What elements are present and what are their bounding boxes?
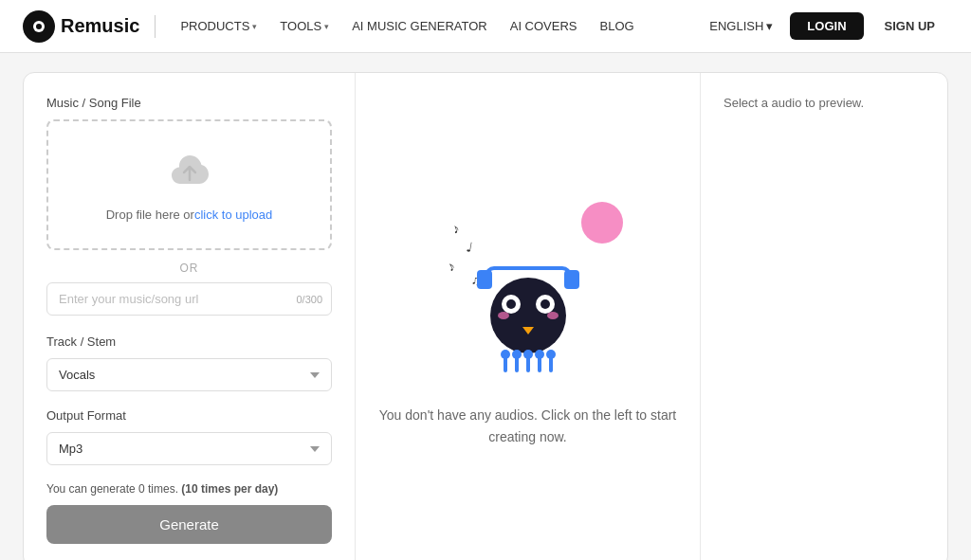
- upload-dropzone[interactable]: Drop file here orclick to upload: [46, 119, 332, 250]
- nav-divider: [155, 15, 156, 38]
- plant: [538, 353, 541, 372]
- bird-eye-left: [502, 295, 521, 314]
- format-label: Output Format: [46, 408, 332, 423]
- ground-plants: [424, 353, 632, 372]
- nav-ai-covers[interactable]: AI COVERS: [501, 11, 587, 41]
- nav-right: ENGLISH ▾ LOGIN SIGN UP: [700, 12, 948, 40]
- upload-icon: [67, 148, 311, 202]
- nav-blog[interactable]: BLOG: [591, 11, 644, 41]
- generate-info: You can generate 0 times. (10 times per …: [46, 482, 332, 496]
- chevron-down-icon: ▾: [252, 22, 257, 31]
- bird-body: [490, 278, 566, 353]
- bird-cheek-left: [498, 312, 509, 319]
- logo[interactable]: Remusic: [23, 10, 139, 43]
- empty-illustration: ♪ ♩ ♪ ♫: [424, 192, 632, 382]
- bird-beak: [522, 327, 534, 334]
- navbar: Remusic PRODUCTS ▾ TOOLS ▾ AI MUSIC GENE…: [0, 0, 971, 53]
- format-form-group: Output Format Mp3: [46, 408, 332, 465]
- right-panel: Select a audio to preview.: [701, 73, 947, 560]
- nav-tools[interactable]: TOOLS ▾: [270, 11, 339, 41]
- nav-products[interactable]: PRODUCTS ▾: [171, 11, 266, 41]
- main-content: Music / Song File Drop file here orclick…: [0, 53, 971, 560]
- url-counter: 0/300: [296, 294, 322, 305]
- plant: [504, 353, 507, 372]
- logo-icon: [23, 10, 55, 43]
- language-selector[interactable]: ENGLISH ▾: [700, 13, 782, 39]
- empty-text: You don't have any audios. Click on the …: [379, 405, 676, 447]
- center-panel: ♪ ♩ ♪ ♫: [356, 73, 701, 560]
- upload-text: Drop file here orclick to upload: [67, 208, 311, 222]
- format-select[interactable]: Mp3: [46, 432, 332, 465]
- url-input-wrap: 0/300: [46, 282, 332, 316]
- bird-eye-right: [536, 295, 555, 314]
- signup-button[interactable]: SIGN UP: [871, 12, 948, 40]
- chevron-down-icon: ▾: [766, 19, 773, 33]
- svg-point-2: [36, 24, 42, 29]
- headphones: [477, 266, 579, 285]
- sun-circle: [581, 202, 623, 244]
- chevron-down-icon: ▾: [324, 22, 329, 31]
- app-card: Music / Song File Drop file here orclick…: [23, 72, 948, 560]
- plant: [515, 353, 519, 372]
- preview-text: Select a audio to preview.: [724, 96, 925, 110]
- file-section-label: Music / Song File: [46, 96, 332, 110]
- nav-ai-music-generator[interactable]: AI MUSIC GENERATOR: [342, 11, 497, 41]
- nav-links: PRODUCTS ▾ TOOLS ▾ AI MUSIC GENERATOR AI…: [171, 11, 692, 41]
- upload-link[interactable]: click to upload: [194, 208, 272, 222]
- plant: [526, 353, 530, 372]
- track-select[interactable]: Vocals: [46, 358, 332, 391]
- login-button[interactable]: LOGIN: [790, 12, 863, 40]
- track-label: Track / Stem: [46, 334, 332, 349]
- left-panel: Music / Song File Drop file here orclick…: [24, 73, 356, 560]
- bird-cheek-right: [547, 312, 559, 319]
- plant: [549, 353, 553, 372]
- url-input[interactable]: [46, 282, 332, 316]
- track-form-group: Track / Stem Vocals: [46, 334, 332, 391]
- logo-text: Remusic: [61, 15, 139, 37]
- generate-button[interactable]: Generate: [46, 505, 332, 544]
- or-divider: OR: [46, 262, 332, 275]
